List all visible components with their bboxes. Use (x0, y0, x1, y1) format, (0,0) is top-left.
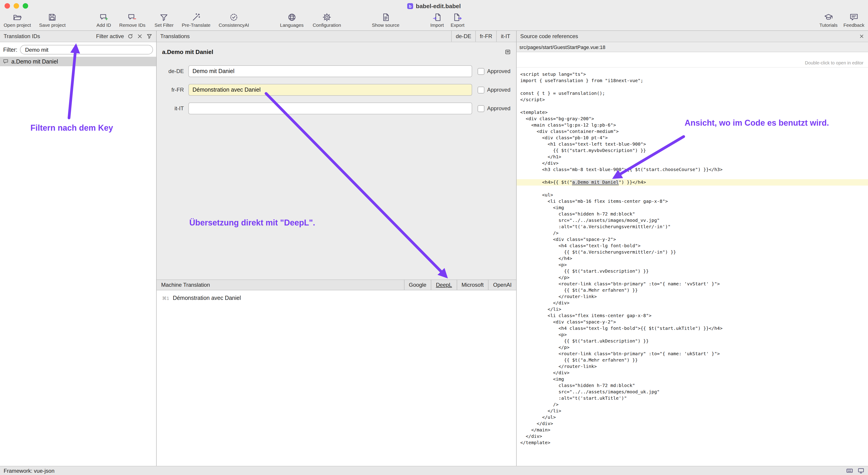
code-line: </div> (517, 370, 868, 376)
machine-translation-title: Machine Translation (161, 282, 210, 288)
code-line: </div> (517, 300, 868, 306)
provider-microsoft[interactable]: Microsoft (457, 280, 488, 290)
save-project-button[interactable]: Save project (39, 13, 66, 28)
screen-icon[interactable] (858, 467, 864, 474)
code-line: :alt="t('start.ukTitle')" (517, 395, 868, 402)
window-title: babel-edit.babel (416, 2, 461, 9)
close-panel-icon[interactable] (859, 34, 864, 39)
approved-checkbox-it-IT[interactable] (477, 105, 485, 112)
provider-deepl[interactable]: DeepL (431, 280, 457, 290)
code-line: </template> (517, 440, 868, 446)
code-line: src="../../assets/images/mood_vv.jpg" (517, 217, 868, 224)
code-line (517, 173, 868, 179)
code-line: <p> (517, 332, 868, 338)
translation-ids-panel: Translation IDs Filter active Filter: a.… (0, 31, 157, 466)
filter-active-label: Filter active (96, 33, 124, 39)
translation-input-it-IT[interactable] (188, 103, 472, 114)
minimize-window-button[interactable] (13, 3, 19, 9)
code-line: </h4> (517, 256, 868, 262)
translation-id-list: a.Demo mit Daniel (0, 57, 156, 66)
code-line: <div class="space-y-2"> (517, 236, 868, 243)
language-tab-fr-FR[interactable]: fr-FR (475, 31, 496, 42)
configuration-button[interactable]: Configuration (313, 13, 341, 28)
svg-text:b: b (409, 4, 411, 8)
code-line: </router-link> (517, 363, 868, 370)
consistency-ai-button[interactable]: ConsistencyAI (219, 13, 249, 28)
framework-label: Framework: vue-json (4, 468, 55, 474)
open-project-icon (13, 13, 22, 22)
code-line: <img (517, 376, 868, 382)
keyboard-icon[interactable] (846, 467, 853, 474)
open-project-button[interactable]: Open project (4, 13, 31, 28)
tutorials-button[interactable]: Tutorials (819, 13, 838, 28)
code-line: <template> (517, 109, 868, 116)
code-line: <p> (517, 262, 868, 268)
clear-filter-icon[interactable] (137, 33, 143, 39)
import-button[interactable]: Import (430, 13, 444, 28)
language-tab-it-IT[interactable]: it-IT (496, 31, 514, 42)
translation-input-fr-FR[interactable] (188, 84, 472, 96)
remove-ids-icon (128, 13, 137, 22)
translation-id-item[interactable]: a.Demo mit Daniel (0, 57, 156, 66)
translation-id-label: a.Demo mit Daniel (11, 58, 58, 65)
add-id-button[interactable]: Add ID (96, 13, 111, 28)
approved-checkbox-de-DE[interactable] (477, 68, 485, 75)
approved-checkbox-fr-FR[interactable] (477, 87, 485, 93)
provider-openai[interactable]: OpenAI (488, 280, 516, 290)
code-line (517, 84, 868, 90)
app-file-icon: b (407, 3, 413, 9)
code-line: <img (517, 205, 868, 211)
filter-row: Filter: (0, 42, 156, 57)
code-line: </li> (517, 306, 868, 313)
remove-ids-button[interactable]: Remove IDs (119, 13, 146, 28)
provider-google[interactable]: Google (404, 280, 431, 290)
filter-label: Filter: (3, 46, 18, 53)
code-line: <div class="space-y-2"> (517, 319, 868, 325)
main-area: Translation IDs Filter active Filter: a.… (0, 31, 868, 466)
code-line: /> (517, 230, 868, 236)
code-line: <div class="bg-gray-200"> (517, 116, 868, 122)
translation-ids-title: Translation IDs (4, 33, 40, 39)
code-line: {{ $t("start.vvDescription") }} (517, 268, 868, 274)
code-line: <h3 class="mb-8 text-blue-900">{{ $t("st… (517, 167, 868, 173)
code-line: <h1 class="text-left text-blue-900"> (517, 141, 868, 147)
source-file-reference[interactable]: src/pages/start/GuestStartPage.vue:18 (517, 42, 868, 52)
set-filter-button[interactable]: Set Filter (155, 13, 174, 28)
machine-translation-text: Démonstration avec Daniel (173, 295, 241, 301)
traffic-lights (0, 3, 28, 9)
close-window-button[interactable] (4, 3, 10, 9)
code-line: {{ $t("a.Versicherungsvermittler/-in") }… (517, 249, 868, 256)
comment-icon[interactable] (505, 49, 511, 55)
save-project-icon (48, 13, 57, 22)
referenced-translation-key[interactable]: a.Demo mit Daniel (572, 180, 619, 185)
filter-funnel-icon[interactable] (146, 33, 153, 39)
hint-row: Double-click to open in editor (517, 52, 868, 68)
pre-translate-button[interactable]: Pre-Translate (182, 13, 210, 28)
machine-translation-result[interactable]: ⌘1 Démonstration avec Daniel (162, 295, 511, 301)
add-id-icon (99, 13, 108, 22)
zoom-window-button[interactable] (23, 3, 28, 9)
show-source-button[interactable]: Show source (372, 13, 399, 28)
code-line[interactable]: <h4>{{ $t("a.Demo mit Daniel") }}</h4> (517, 179, 868, 185)
code-line: const { t } = useTranslation(); (517, 90, 868, 97)
approved-label: Approved (487, 68, 510, 74)
translation-input-de-DE[interactable] (188, 65, 472, 77)
translation-row: de-DE Approved (160, 65, 511, 77)
code-line: </p> (517, 344, 868, 351)
filter-input[interactable] (20, 45, 153, 55)
language-tab-de-DE[interactable]: de-DE (451, 31, 475, 42)
code-line: <div class="container-medium"> (517, 128, 868, 135)
code-line: <script setup lang="ts"> (517, 71, 868, 77)
tutorials-icon (824, 13, 833, 22)
translations-header: Translations de-DE fr-FR it-IT (157, 31, 516, 42)
code-line: </ul> (517, 414, 868, 420)
export-button[interactable]: Export (451, 13, 464, 28)
refresh-filter-icon[interactable] (127, 33, 133, 39)
translation-row: it-IT Approved (160, 103, 511, 114)
translation-row: fr-FR Approved (160, 84, 511, 96)
feedback-button[interactable]: Feedback (843, 13, 864, 28)
statusbar: Framework: vue-json (0, 466, 868, 475)
translation-key-title: a.Demo mit Daniel (162, 48, 505, 55)
languages-button[interactable]: Languages (280, 13, 304, 28)
code-line (517, 185, 868, 192)
